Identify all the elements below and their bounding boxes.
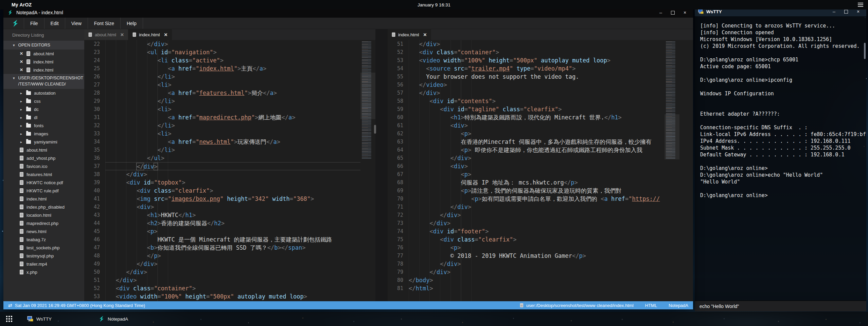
code-line-63[interactable]: 在香港的Minecraft 伺服器中，多為小遊戲和純生存的伺服器，較少擁有 (409, 138, 665, 146)
menu-view[interactable]: View (65, 18, 88, 29)
close-icon[interactable]: ✕ (19, 59, 24, 64)
code-line-60[interactable]: <h1>特別為建築及鐵路而設，現代化的 Minecraft 世界.</h1> (409, 113, 665, 121)
code-line-72[interactable]: </div> (409, 211, 665, 219)
code-line-39[interactable]: <div id="topbox"> (105, 178, 360, 187)
sidebar-folder[interactable]: ▸autostation (3, 89, 84, 97)
sidebar-file[interactable]: add_vhost.php (3, 154, 84, 162)
code-line-44[interactable]: <h2>香港的建築伺服器</h2> (105, 219, 360, 227)
code-line-41[interactable]: <img src="images/box.png" height="342" w… (105, 195, 360, 203)
code-line-31[interactable]: <a href="mapredirect.php">網上地圖</a> (105, 113, 360, 121)
sidebar-file[interactable]: x.php (3, 268, 84, 276)
code-line-53[interactable]: <video width="100%" height="500px" autop… (409, 56, 665, 64)
code-line-50[interactable]: </div> (105, 268, 360, 276)
sidebar-file[interactable]: features.html (3, 170, 84, 178)
code-line-51[interactable]: </div> (105, 276, 360, 284)
sidebar-folder[interactable]: ▸yamiyamimi (3, 138, 84, 146)
code-line-56[interactable]: </video> (409, 81, 665, 89)
code-line-69[interactable]: <p>請注意，我們的伺服器為確保玩家及遊玩時的質素，我們對 (409, 187, 665, 195)
taskbar-item-wstty[interactable]: WsTTY (24, 314, 55, 323)
sidebar-file[interactable]: index.html (3, 195, 84, 203)
terminal-scrollbar[interactable] (864, 43, 866, 59)
sidebar-file[interactable]: news.html (3, 227, 84, 235)
code-line-78[interactable]: </div> (409, 260, 665, 268)
code-line-34[interactable]: <a href="news.html">玩家傳送門</a> (105, 138, 360, 146)
hamburger-menu-icon[interactable] (858, 3, 863, 7)
sidebar-file[interactable]: HKWTC rule.pdf (3, 187, 84, 195)
code-line-28[interactable]: <a href="features.html">簡介</a> (105, 89, 360, 97)
code-line-32[interactable]: </li> (105, 121, 360, 130)
open-editor-item[interactable]: ✕about.html (3, 50, 84, 58)
code-line-40[interactable]: <div class="clearfix"> (105, 187, 360, 195)
sidebar-file[interactable]: HKWTC notice.pdf (3, 178, 84, 187)
code-line-73[interactable]: </div> (409, 219, 665, 227)
code-line-67[interactable]: <p> (409, 170, 665, 178)
menu-edit[interactable]: Edit (45, 18, 65, 29)
code-line-57[interactable]: </div> (409, 89, 665, 97)
code-line-71[interactable]: </div> (409, 203, 665, 211)
sidebar-folder[interactable]: ▸css (3, 97, 84, 105)
code-line-38[interactable]: </div> (105, 170, 360, 178)
code-line-47[interactable]: <b>你知道我們全線伺服器已轉用 SSD 了嗎？</b></span> (105, 244, 360, 252)
code-line-58[interactable]: <div id="contents"> (409, 97, 665, 105)
code-line-74[interactable]: <div id="footer"> (409, 227, 665, 235)
maximize-button[interactable] (844, 10, 848, 14)
code-line-62[interactable]: <p> (409, 130, 665, 138)
tab-close-icon[interactable]: ✕ (164, 32, 167, 37)
code-line-77[interactable]: © 2018 - 2019 HKWTC Animation Gamer</p> (409, 252, 665, 260)
code-line-59[interactable]: <div id="tagline" class="clearfix"> (409, 105, 665, 113)
minimize-button[interactable]: – (831, 9, 837, 14)
menu-file[interactable]: File (24, 18, 45, 29)
sidebar-file[interactable]: about.html (3, 146, 84, 154)
pane-divider[interactable] (375, 29, 388, 301)
code-line-49[interactable]: </div> (105, 260, 360, 268)
code-line-80[interactable]: </body> (409, 276, 665, 284)
code-line-46[interactable]: HKWTC 是一個 Minecraft 的建築伺服器，主要建築計劃包括鐵路 (105, 235, 360, 244)
code-line-53[interactable]: <video width="100%" height="500px" autop… (105, 292, 360, 301)
code-line-68[interactable]: 伺服器 IP 地址為： mcs.hkwtc.org</p> (409, 178, 665, 187)
code-line-43[interactable]: <h1>HKWTC</h1> (105, 211, 360, 219)
tab-close-icon[interactable]: ✕ (120, 32, 124, 37)
code-line-42[interactable]: <div> (105, 203, 360, 211)
code-area-left[interactable]: </div> <ul id="navigation"> <li class="a… (105, 40, 360, 301)
code-line-37[interactable]: </div> (105, 162, 360, 170)
close-button[interactable]: × (682, 10, 688, 15)
sidebar-file[interactable]: teabag.7z (3, 235, 84, 244)
code-line-22[interactable]: </div> (105, 40, 360, 48)
tab-close-icon[interactable]: ✕ (423, 32, 427, 37)
code-line-30[interactable]: <li> (105, 105, 360, 113)
editor-tab-index.html[interactable]: index.html✕ (128, 29, 172, 40)
open-editor-item[interactable]: ✕index.html (3, 66, 84, 74)
code-line-33[interactable]: <li> (105, 130, 360, 138)
code-line-45[interactable]: <p> (105, 227, 360, 235)
editor-tab-about.html[interactable]: about.html✕ (84, 29, 128, 40)
code-line-75[interactable]: <div class="clearfix"> (409, 235, 665, 244)
code-line-66[interactable]: <div> (409, 162, 665, 170)
sidebar-file[interactable]: test_sockets.php (3, 244, 84, 252)
code-line-48[interactable]: </p> (105, 252, 360, 260)
close-icon[interactable]: ✕ (19, 51, 24, 56)
open-editors-section[interactable]: ▾ OPEN EDITORS (3, 41, 84, 50)
sidebar-file[interactable]: favicon.ico (3, 162, 84, 170)
sidebar-folder[interactable]: ▸dl (3, 113, 84, 121)
close-icon[interactable]: ✕ (19, 68, 24, 72)
code-line-24[interactable]: <li class="active"> (105, 56, 360, 64)
code-line-54[interactable]: <source src="trailer.mp4" type="video/mp… (409, 64, 665, 73)
terminal-input[interactable]: echo "Hello World" (695, 301, 866, 311)
sidebar-file[interactable]: testmysql.php (3, 252, 84, 260)
app-grid-icon[interactable] (6, 316, 12, 322)
terminal-output[interactable]: [info] Conencting to arozos WsTTY servic… (695, 16, 866, 301)
menu-font-size[interactable]: Font Size (88, 18, 121, 29)
code-line-36[interactable]: </ul> (105, 154, 360, 162)
code-line-55[interactable]: Your browser does not support the video … (409, 73, 665, 81)
minimap-left[interactable] (360, 40, 375, 301)
scrollbar-lane[interactable] (679, 40, 693, 301)
minimize-button[interactable]: – (658, 10, 663, 15)
sidebar-file[interactable]: mapredirect.php (3, 219, 84, 227)
divider-handle[interactable] (374, 125, 376, 134)
code-line-25[interactable]: <a href="index.html">主頁</a> (105, 64, 360, 73)
maximize-button[interactable] (671, 11, 675, 15)
minimap-viewport[interactable] (665, 114, 679, 159)
code-line-29[interactable]: </li> (105, 97, 360, 105)
code-line-35[interactable]: </li> (105, 146, 360, 154)
code-line-52[interactable]: <div class="container"> (409, 48, 665, 56)
